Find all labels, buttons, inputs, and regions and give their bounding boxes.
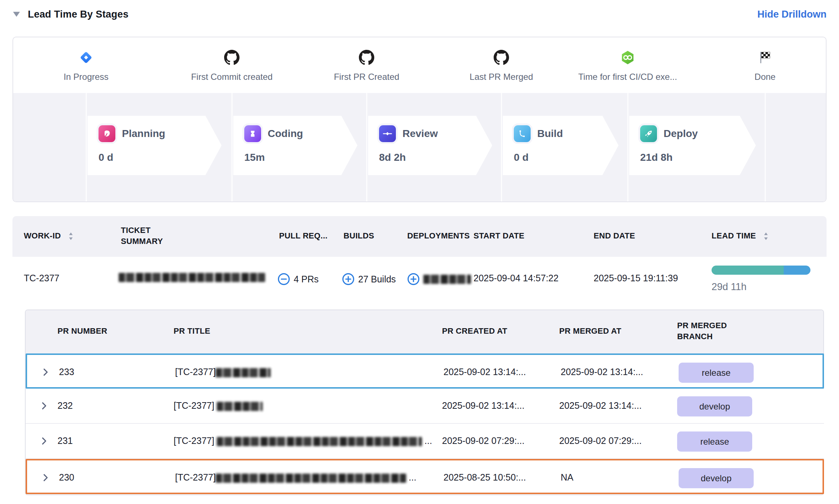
- pr-created-at: 2025-09-02 07:29:...: [442, 436, 524, 446]
- pr-title: [TC-2377] ...: [174, 436, 432, 446]
- lead-time-cell: 29d 11h: [712, 266, 810, 293]
- pr-number: 232: [57, 400, 73, 411]
- milestone-first-commit: First Commit created: [166, 48, 298, 82]
- deployments-cell[interactable]: [407, 273, 471, 285]
- chevron-right-icon[interactable]: [39, 401, 49, 413]
- pr-row-233[interactable]: 233 [TC-2377] 2025-09-02 13:14:... 2025-…: [26, 353, 824, 389]
- stage-duration: 15m: [244, 152, 357, 163]
- milestone-label: First Commit created: [166, 72, 298, 82]
- stage-name: Review: [402, 128, 438, 140]
- plus-circle-icon[interactable]: [407, 273, 420, 285]
- redacted-text: [217, 402, 263, 411]
- redacted-text: [217, 437, 422, 446]
- plus-circle-icon[interactable]: [342, 273, 354, 285]
- pr-merged-at: 2025-09-02 07:29:...: [559, 436, 642, 446]
- column-header-label: WORK-ID: [24, 231, 61, 240]
- pr-created-at: 2025-09-02 13:14:...: [443, 367, 526, 377]
- chevron-right-icon[interactable]: [39, 436, 49, 448]
- pr-title-prefix: [TC-2377]: [174, 400, 217, 411]
- chevron-right-icon[interactable]: [40, 367, 51, 379]
- builds-cell[interactable]: 27 Builds: [342, 273, 396, 285]
- work-table-header: WORK-ID TICKET SUMMARY PULL REQ... BUILD…: [12, 216, 827, 257]
- stage-name: Build: [537, 128, 563, 140]
- stage-planning[interactable]: Planning 0 d: [88, 116, 222, 175]
- column-divider: [501, 93, 502, 202]
- branch-badge: develop: [677, 396, 752, 416]
- jira-diamond-icon: [20, 48, 152, 67]
- sort-icon[interactable]: [68, 231, 73, 241]
- stage-coding[interactable]: Coding 15m: [233, 116, 357, 175]
- pr-row-230[interactable]: 230 [TC-2377] ... 2025-08-25 10:50:... N…: [26, 459, 824, 494]
- hide-drilldown-link[interactable]: Hide Drilldown: [757, 9, 827, 20]
- column-header-ticket-summary: TICKET SUMMARY: [121, 225, 179, 247]
- builds-count: 27 Builds: [358, 274, 396, 285]
- column-divider: [231, 93, 233, 202]
- pr-title-suffix: ...: [406, 472, 416, 482]
- column-header-pr-number: PR NUMBER: [57, 326, 107, 336]
- pr-title-suffix: ...: [422, 436, 432, 446]
- stage-name: Planning: [122, 128, 165, 140]
- stage-duration: 0 d: [514, 152, 619, 163]
- column-header-pr-merged-at: PR MERGED AT: [559, 326, 621, 336]
- section-header: Lead Time By Stages Hide Drilldown: [12, 5, 827, 23]
- column-header-work-id[interactable]: WORK-ID: [24, 231, 73, 241]
- milestone-label: Time for first CI/CD exe...: [562, 72, 694, 82]
- pr-created-at: 2025-09-02 13:14:...: [442, 400, 524, 411]
- triangle-down-icon: [12, 11, 21, 17]
- cicd-infinity-icon: [562, 48, 694, 67]
- column-header-pr-created-at: PR CREATED AT: [442, 326, 507, 336]
- ticket-summary-cell: [119, 273, 265, 282]
- stage-track: Planning 0 d Coding 15m: [13, 93, 827, 202]
- stage-build[interactable]: Build 0 d: [503, 116, 619, 175]
- column-header-pr-title: PR TITLE: [174, 326, 210, 336]
- pr-title: [TC-2377] ...: [175, 472, 416, 483]
- github-icon: [301, 48, 433, 67]
- pr-row-231[interactable]: 231 [TC-2377] ... 2025-09-02 07:29:... 2…: [26, 424, 824, 459]
- chevron-right-icon[interactable]: [40, 472, 51, 485]
- pull-requests-cell[interactable]: 4 PRs: [278, 273, 319, 285]
- column-divider: [765, 93, 766, 202]
- milestone-label: First PR Created: [301, 72, 433, 82]
- rocket-icon: [640, 125, 657, 142]
- branch-badge: release: [677, 431, 752, 452]
- milestone-done: Done: [699, 48, 827, 82]
- pr-title: [TC-2377]: [175, 367, 271, 377]
- stage-deploy[interactable]: Deploy 21d 8h: [629, 116, 756, 175]
- sort-icon[interactable]: [764, 231, 768, 241]
- minus-circle-icon[interactable]: [278, 273, 290, 285]
- lead-time-value: 29d 11h: [712, 281, 810, 293]
- work-id-cell: TC-2377: [24, 273, 59, 284]
- github-icon: [435, 48, 567, 67]
- stages-panel: In Progress First Commit created First P…: [12, 37, 827, 202]
- milestone-last-pr-merged: Last PR Merged: [435, 48, 567, 82]
- column-header-pr-merged-branch: PR MERGED BRANCH: [677, 320, 743, 342]
- milestone-in-progress: In Progress: [20, 48, 152, 82]
- column-header-start-date: START DATE: [474, 231, 524, 241]
- pr-title-prefix: [TC-2377]: [175, 472, 216, 482]
- redacted-text: [216, 368, 271, 377]
- lead-time-bar-teal-segment: [712, 266, 784, 275]
- column-header-pull-requests: PULL REQ...: [279, 231, 327, 241]
- milestone-label: In Progress: [20, 72, 152, 82]
- column-header-lead-time[interactable]: LEAD TIME: [712, 231, 768, 241]
- collapse-toggle[interactable]: [12, 11, 22, 18]
- milestone-label: Done: [699, 72, 827, 82]
- redacted-text: [119, 273, 265, 282]
- pr-number: 233: [59, 367, 74, 377]
- stage-name: Coding: [268, 128, 303, 140]
- pull-requests-count: 4 PRs: [294, 274, 319, 285]
- column-header-end-date: END DATE: [594, 231, 635, 241]
- stage-duration: 8d 2h: [379, 152, 492, 163]
- pr-title-prefix: [TC-2377]: [174, 436, 217, 446]
- hourglass-icon: [244, 125, 261, 142]
- milestone-cicd: Time for first CI/CD exe...: [562, 48, 694, 82]
- stage-duration: 0 d: [99, 152, 222, 163]
- pr-merged-at: 2025-09-02 13:14:...: [561, 367, 643, 377]
- lead-time-bar-blue-segment: [784, 266, 810, 275]
- stage-review[interactable]: Review 8d 2h: [368, 116, 492, 175]
- pr-row-232[interactable]: 232 [TC-2377] 2025-09-02 13:14:... 2025-…: [26, 389, 824, 424]
- pr-title: [TC-2377]: [174, 400, 263, 411]
- commit-icon: [379, 125, 396, 142]
- lead-time-by-stages-panel: Lead Time By Stages Hide Drilldown In Pr…: [0, 0, 839, 504]
- work-table-row[interactable]: TC-2377 4 PRs 27 Builds 2025-09-04 14:57…: [12, 257, 827, 301]
